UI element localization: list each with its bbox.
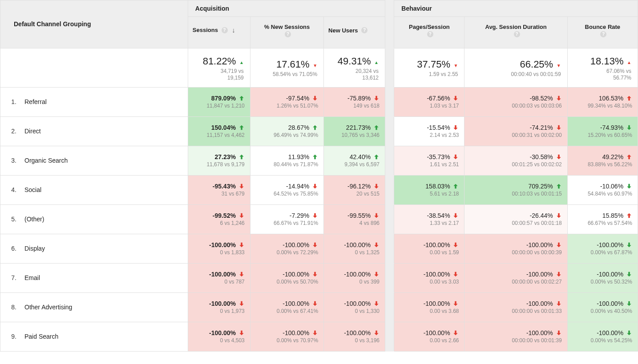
metric-bounce: 15.85% 66.67% vs 57.54% <box>567 204 638 234</box>
metric-new_sess: 11.93% 80.44% vs 71.87% <box>250 146 323 175</box>
trend-up-icon <box>372 153 380 160</box>
channel-name: Direct <box>24 128 41 135</box>
metric-asd: 709.25% 00:10:03 vs 00:01:15 <box>464 175 567 204</box>
metric-sessions: 27.23% 11,678 vs 9,179 <box>188 146 250 175</box>
dimension-cell[interactable]: 5.(Other) <box>0 204 188 234</box>
dimension-cell[interactable]: 3.Organic Search <box>0 146 188 175</box>
table-row[interactable]: 1.Referral879.09% 11,847 vs 1,210-97.54%… <box>0 87 638 116</box>
summary-pps: 37.75% 1.59 vs 2.55 <box>394 48 464 87</box>
trend-down-icon <box>555 153 562 160</box>
help-icon[interactable]: ? <box>361 27 367 33</box>
help-icon[interactable]: ? <box>222 27 228 33</box>
channel-name: Organic Search <box>24 157 68 164</box>
metric-new_users: 221.73% 10,765 vs 3,346 <box>324 116 385 146</box>
metric-sessions: 879.09% 11,847 vs 1,210 <box>188 87 250 116</box>
dimension-cell[interactable]: 6.Display <box>0 234 188 263</box>
help-icon[interactable]: ? <box>514 31 520 37</box>
trend-down-icon <box>311 95 318 102</box>
trend-up-icon <box>625 212 632 219</box>
metric-asd: -100.00% 00:00:00 vs 00:01:33 <box>464 292 567 322</box>
group-behaviour: Behaviour <box>394 0 638 17</box>
table-row[interactable]: 8.Other Advertising-100.00% 0 vs 1,973-1… <box>0 292 638 322</box>
channel-name: Display <box>24 245 45 252</box>
col-bounce-rate[interactable]: Bounce Rate ? <box>567 17 638 48</box>
table-row[interactable]: 2.Direct150.04% 11,157 vs 4,46228.67% 96… <box>0 116 638 146</box>
trend-down-icon <box>555 300 562 307</box>
table-row[interactable]: 4.Social-95.43% 31 vs 679-14.94% 64.52% … <box>0 175 638 204</box>
trend-down-icon <box>372 212 380 219</box>
metric-new_sess: -100.00% 0.00% vs 70.97% <box>250 322 323 351</box>
metric-pps: 158.03% 5.61 vs 2.18 <box>394 175 464 204</box>
trend-down-icon <box>452 241 459 248</box>
col-new-users[interactable]: New Users ? <box>324 17 385 48</box>
table-row[interactable]: 7.Email-100.00% 0 vs 787-100.00% 0.00% v… <box>0 263 638 292</box>
metric-new_users: -100.00% 0 vs 1,330 <box>324 292 385 322</box>
trend-down-icon <box>372 183 380 190</box>
summary-sessions: 81.22% 34,719 vs19,159 <box>188 48 250 87</box>
trend-down-icon <box>238 241 245 248</box>
metric-pps: -100.00% 0.00 vs 3.03 <box>394 263 464 292</box>
trend-down-icon <box>625 271 632 278</box>
trend-down-icon <box>372 241 380 248</box>
metric-new_users: -99.55% 4 vs 896 <box>324 204 385 234</box>
dimension-cell[interactable]: 8.Other Advertising <box>0 292 188 322</box>
group-separator <box>385 0 394 48</box>
summary-new_users: 49.31% 20,324 vs13,612 <box>324 48 385 87</box>
trend-down-icon <box>372 95 380 102</box>
col-new-sessions[interactable]: % New Sessions ? <box>250 17 323 48</box>
comparison-table: Default Channel Grouping Acquisition Beh… <box>0 0 638 352</box>
channel-name: Paid Search <box>24 333 58 340</box>
help-icon[interactable]: ? <box>600 31 606 37</box>
trend-down-icon <box>311 300 318 307</box>
summary-new_sess: 17.61% 58.54% vs 71.05% <box>250 48 323 87</box>
group-acquisition: Acquisition <box>188 0 385 17</box>
metric-bounce: -100.00% 0.00% vs 40.50% <box>567 292 638 322</box>
trend-down-icon <box>311 212 318 219</box>
metric-sessions: 150.04% 11,157 vs 4,462 <box>188 116 250 146</box>
trend-down-icon <box>452 124 459 131</box>
col-pages-session[interactable]: Pages/Session ? <box>394 17 464 48</box>
metric-asd: -98.52% 00:00:03 vs 00:03:06 <box>464 87 567 116</box>
dimension-cell[interactable]: 7.Email <box>0 263 188 292</box>
metric-new_users: -75.89% 149 vs 618 <box>324 87 385 116</box>
dimension-cell[interactable]: 9.Paid Search <box>0 322 188 351</box>
metric-new_sess: -7.29% 66.67% vs 71.91% <box>250 204 323 234</box>
help-icon[interactable]: ? <box>285 31 291 37</box>
dimension-cell[interactable]: 1.Referral <box>0 87 188 116</box>
metric-new_users: -100.00% 0 vs 1,325 <box>324 234 385 263</box>
metric-pps: -15.54% 2.14 vs 2.53 <box>394 116 464 146</box>
metric-bounce: -100.00% 0.00% vs 54.25% <box>567 322 638 351</box>
metric-new_sess: -97.54% 1.26% vs 51.07% <box>250 87 323 116</box>
trend-down-icon <box>555 271 562 278</box>
trend-down-icon <box>625 329 632 336</box>
table-row[interactable]: 6.Display-100.00% 0 vs 1,833-100.00% 0.0… <box>0 234 638 263</box>
metric-pps: -100.00% 0.00 vs 3.68 <box>394 292 464 322</box>
trend-up-icon <box>372 124 380 131</box>
trend-up-icon <box>627 60 631 66</box>
col-avg-session-duration[interactable]: Avg. Session Duration ? <box>464 17 567 48</box>
col-sessions[interactable]: Sessions ? ↓ <box>188 17 250 48</box>
channel-name: Other Advertising <box>24 304 72 311</box>
trend-down-icon <box>452 153 459 160</box>
dimension-header[interactable]: Default Channel Grouping <box>0 0 188 48</box>
metric-new_users: -100.00% 0 vs 399 <box>324 263 385 292</box>
trend-down-icon <box>452 329 459 336</box>
table-row[interactable]: 9.Paid Search-100.00% 0 vs 4,503-100.00%… <box>0 322 638 351</box>
trend-down-icon <box>555 212 562 219</box>
trend-up-icon <box>625 95 632 102</box>
trend-up-icon <box>374 60 379 66</box>
metric-asd: -100.00% 00:00:00 vs 00:02:27 <box>464 263 567 292</box>
metric-new_sess: -100.00% 0.00% vs 67.41% <box>250 292 323 322</box>
sort-desc-icon: ↓ <box>232 26 235 34</box>
table-row[interactable]: 3.Organic Search27.23% 11,678 vs 9,17911… <box>0 146 638 175</box>
dimension-cell[interactable]: 4.Social <box>0 175 188 204</box>
help-icon[interactable]: ? <box>427 31 433 37</box>
table-row[interactable]: 5.(Other)-99.52% 6 vs 1,246-7.29% 66.67%… <box>0 204 638 234</box>
trend-down-icon <box>452 300 459 307</box>
dimension-cell[interactable]: 2.Direct <box>0 116 188 146</box>
trend-up-icon <box>311 124 318 131</box>
trend-down-icon <box>625 183 632 190</box>
metric-new_sess: -100.00% 0.00% vs 72.29% <box>250 234 323 263</box>
trend-down-icon <box>238 271 245 278</box>
channel-name: (Other) <box>24 216 44 223</box>
